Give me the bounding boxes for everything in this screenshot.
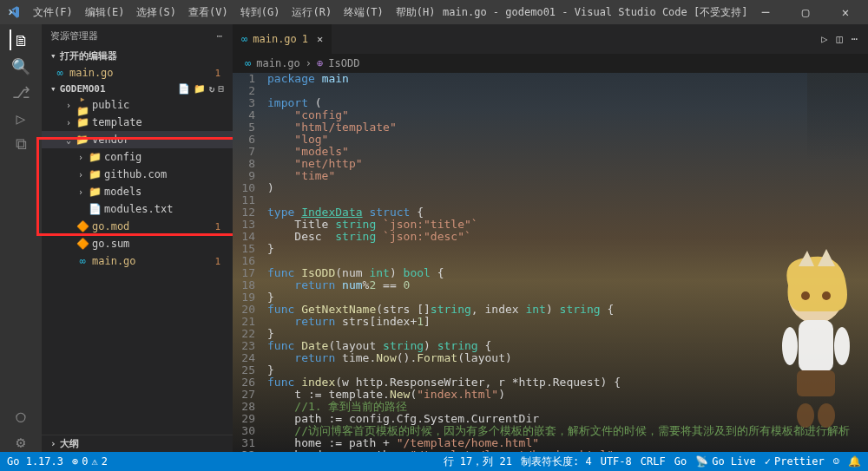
chevron-down-icon[interactable]: ▾ bbox=[50, 83, 56, 95]
code-line[interactable]: 21 return strs[index+1] bbox=[233, 316, 868, 328]
menu-item[interactable]: 查看(V) bbox=[183, 3, 233, 22]
sidebar-more-icon[interactable]: ⋯ bbox=[216, 30, 224, 42]
status-indent[interactable]: 制表符长度: 4 bbox=[521, 455, 592, 469]
status-bell-icon[interactable]: 🔔 bbox=[848, 455, 861, 469]
code-line[interactable]: 16 bbox=[233, 255, 868, 267]
code-line[interactable]: 25} bbox=[233, 364, 868, 376]
more-actions-icon[interactable]: ⋯ bbox=[852, 33, 858, 45]
sidebar-title: 资源管理器 bbox=[50, 29, 98, 43]
extensions-icon[interactable]: ⧉ bbox=[10, 134, 31, 154]
new-folder-icon[interactable]: 📁 bbox=[194, 83, 206, 95]
code-line[interactable]: 7 "models" bbox=[233, 146, 868, 158]
status-golive[interactable]: 📡Go Live bbox=[695, 455, 756, 469]
code-line[interactable]: 17func IsODD(num int) bool { bbox=[233, 267, 868, 279]
code-line[interactable]: 8 "net/http" bbox=[233, 158, 868, 170]
split-editor-icon[interactable]: ◫ bbox=[837, 33, 843, 45]
file-main-go[interactable]: ∞ main.go 1 bbox=[42, 252, 233, 270]
code-line[interactable]: 11 bbox=[233, 194, 868, 206]
menu-item[interactable]: 编辑(E) bbox=[80, 3, 130, 22]
code-line[interactable]: 1package main bbox=[233, 73, 868, 85]
menu-item[interactable]: 转到(G) bbox=[235, 3, 286, 22]
code-line[interactable]: 22} bbox=[233, 328, 868, 340]
folder-models[interactable]: › 📁 models bbox=[42, 183, 233, 200]
chevron-right-icon: › bbox=[76, 187, 85, 197]
code-line[interactable]: 9 "time" bbox=[233, 170, 868, 182]
code-line[interactable]: 28 //1. 拿到当前的路径 bbox=[233, 401, 868, 413]
line-number: 32 bbox=[233, 449, 267, 452]
account-icon[interactable]: ◯ bbox=[10, 405, 31, 426]
code-line[interactable]: 27 t := template.New("index.html") bbox=[233, 389, 868, 401]
code-line[interactable]: 20func GetNextName(strs []string, index … bbox=[233, 304, 868, 316]
code-line[interactable]: 31 home := path + "/template/home.html" bbox=[233, 437, 868, 449]
chevron-right-icon[interactable]: › bbox=[50, 438, 56, 449]
status-go-version[interactable]: Go 1.17.3 bbox=[7, 455, 63, 468]
status-lang[interactable]: Go bbox=[674, 455, 687, 469]
run-icon[interactable]: ▷ bbox=[821, 33, 827, 45]
new-file-icon[interactable]: 📄 bbox=[178, 83, 190, 95]
refresh-icon[interactable]: ↻ bbox=[209, 83, 215, 95]
check-icon: ✓ bbox=[765, 455, 771, 468]
file-go-sum[interactable]: 🔶 go.sum bbox=[42, 235, 233, 252]
minimize-button[interactable]: ─ bbox=[750, 5, 781, 19]
menu-item[interactable]: 文件(F) bbox=[28, 3, 78, 22]
code-line[interactable]: 3import ( bbox=[233, 97, 868, 109]
code-line[interactable]: 4 "config" bbox=[233, 109, 868, 121]
code-line[interactable]: 23func Date(layout string) string { bbox=[233, 340, 868, 352]
tab-main-go[interactable]: ∞ main.go 1 ✕ bbox=[233, 24, 332, 54]
status-eol[interactable]: CRLF bbox=[641, 455, 666, 469]
code-line[interactable]: 13 Title string `json:"title"` bbox=[233, 219, 868, 231]
chevron-down-icon[interactable]: ▾ bbox=[50, 50, 56, 62]
menu-item[interactable]: 选择(S) bbox=[131, 3, 181, 22]
run-debug-icon[interactable]: ▷ bbox=[10, 108, 31, 128]
chevron-right-icon: › bbox=[64, 101, 73, 110]
code-line[interactable]: 12type IndexData struct { bbox=[233, 206, 868, 219]
line-number: 15 bbox=[233, 243, 267, 255]
code-line[interactable]: 26func index(w http.ResponseWriter, r *h… bbox=[233, 376, 868, 389]
code-area[interactable]: 1package main23import (4 "config"5 "html… bbox=[233, 73, 868, 452]
status-feedback-icon[interactable]: ☺ bbox=[833, 455, 839, 469]
folder-icon: 📁 bbox=[89, 186, 101, 198]
breadcrumb[interactable]: ∞ main.go › ⊕ IsODD bbox=[233, 54, 868, 73]
menu-item[interactable]: 运行(R) bbox=[286, 3, 337, 22]
folder-public[interactable]: › ▸📁 public bbox=[42, 96, 233, 114]
code-line[interactable]: 14 Desc string `json:"desc"` bbox=[233, 231, 868, 243]
close-tab-icon[interactable]: ✕ bbox=[317, 33, 323, 45]
close-button[interactable]: ✕ bbox=[830, 5, 861, 19]
menu-item[interactable]: 帮助(H) bbox=[391, 3, 441, 22]
function-icon: ⊕ bbox=[317, 57, 323, 69]
code-line[interactable]: 19} bbox=[233, 291, 868, 304]
status-encoding[interactable]: UTF-8 bbox=[601, 455, 632, 469]
settings-gear-icon[interactable]: ⚙ bbox=[10, 431, 31, 452]
folder-template[interactable]: › 📁 template bbox=[42, 114, 233, 131]
maximize-button[interactable]: ▢ bbox=[790, 5, 821, 19]
open-editor-main-go[interactable]: ∞ main.go 1 bbox=[42, 64, 233, 82]
status-prettier[interactable]: ✓Prettier bbox=[765, 455, 825, 469]
code-line[interactable]: 15} bbox=[233, 243, 868, 255]
code-line[interactable]: 24 return time.Now().Format(layout) bbox=[233, 352, 868, 364]
line-number: 18 bbox=[233, 279, 267, 291]
code-line[interactable]: 32 header := path + "/template/layout/he… bbox=[233, 449, 868, 452]
menu-item[interactable]: 终端(T) bbox=[339, 3, 389, 22]
code-line[interactable]: 10) bbox=[233, 182, 868, 194]
line-number: 30 bbox=[233, 425, 267, 437]
search-icon[interactable]: 🔍 bbox=[10, 56, 31, 76]
status-cursor[interactable]: 行 17，列 21 bbox=[444, 455, 512, 469]
file-go-mod[interactable]: 🔶 go.mod 1 bbox=[42, 218, 233, 235]
code-line[interactable]: 30 //访问博客首页模板的时候，因为有多个模板的嵌套，解析文件的时候，需要将其… bbox=[233, 425, 868, 437]
code-line[interactable]: 18 return num%2 == 0 bbox=[233, 279, 868, 291]
minimap[interactable] bbox=[807, 73, 868, 160]
code-line[interactable]: 6 "log" bbox=[233, 134, 868, 146]
source-control-icon[interactable]: ⎇ bbox=[10, 82, 31, 102]
outline-label: 大纲 bbox=[60, 437, 79, 450]
folder-githubcom[interactable]: › 📁 github.com bbox=[42, 166, 233, 183]
code-line[interactable]: 29 path := config.Cfg.System.CurrentDir bbox=[233, 413, 868, 425]
code-line[interactable]: 2 bbox=[233, 85, 868, 97]
explorer-icon[interactable]: 🗎 bbox=[10, 29, 30, 50]
folder-config[interactable]: › 📁 config bbox=[42, 148, 233, 166]
code-line[interactable]: 5 "html/template" bbox=[233, 121, 868, 134]
file-modules-txt[interactable]: 📄 modules.txt bbox=[42, 200, 233, 218]
editor-tabs: ∞ main.go 1 ✕ ▷ ◫ ⋯ bbox=[233, 24, 868, 54]
collapse-icon[interactable]: ⊟ bbox=[218, 83, 224, 95]
status-problems[interactable]: ⊗0 ⚠2 bbox=[72, 455, 108, 468]
folder-vendor[interactable]: ⌄ 📂 vendor bbox=[42, 131, 233, 148]
